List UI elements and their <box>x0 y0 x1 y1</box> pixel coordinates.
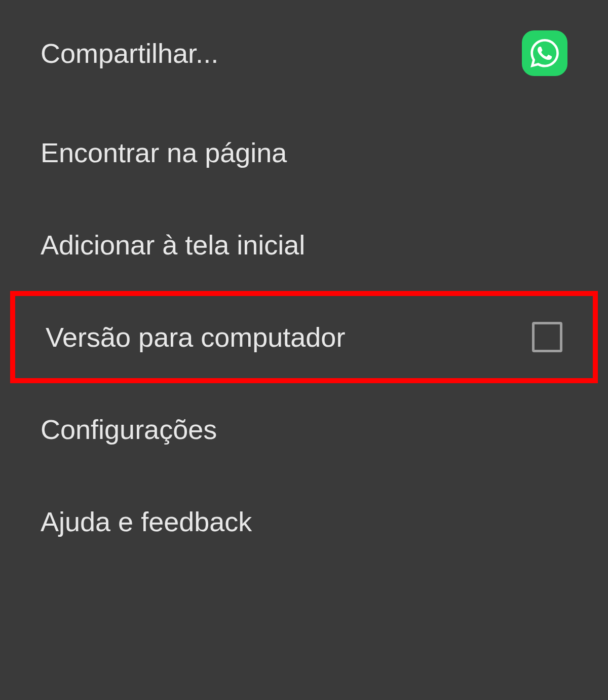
menu-item-label: Configurações <box>41 414 217 445</box>
whatsapp-icon <box>522 30 567 76</box>
menu-item-help-feedback[interactable]: Ajuda e feedback <box>0 475 608 568</box>
menu-item-share[interactable]: Compartilhar... <box>0 0 608 106</box>
menu-item-desktop-version[interactable]: Versão para computador <box>10 291 598 383</box>
menu-item-label: Encontrar na página <box>41 137 287 168</box>
menu-item-settings[interactable]: Configurações <box>0 383 608 475</box>
desktop-version-checkbox[interactable] <box>532 322 562 352</box>
menu-item-label: Ajuda e feedback <box>41 506 252 537</box>
menu-item-add-to-homescreen[interactable]: Adicionar à tela inicial <box>0 199 608 291</box>
menu-item-label: Compartilhar... <box>41 38 218 69</box>
menu-item-label: Versão para computador <box>46 321 345 353</box>
menu-item-label: Adicionar à tela inicial <box>41 229 305 261</box>
menu-item-find-in-page[interactable]: Encontrar na página <box>0 106 608 199</box>
browser-menu: Compartilhar... Encontrar na página Adic… <box>0 0 608 700</box>
